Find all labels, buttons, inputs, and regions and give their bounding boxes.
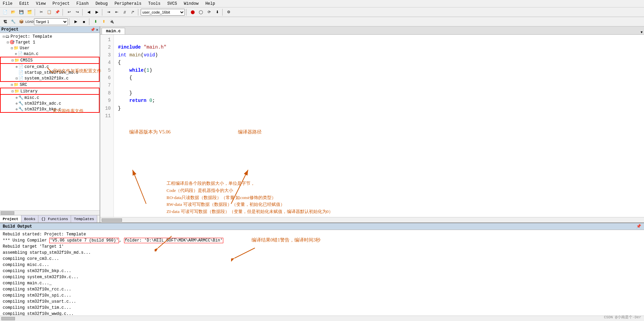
menu-project[interactable]: Project — [51, 1, 71, 7]
build-line-13: compiling stm32f10x_wwdg.c... — [3, 311, 641, 316]
tree-adc[interactable]: ⊕ 🔧 stm32f10x_adc.c — [0, 101, 100, 106]
expand-cmsis-icon: ⊟ — [12, 58, 14, 63]
code-area[interactable]: 1 2 3 4 5 6 7 8 9 10 11 #include "main.h… — [100, 35, 644, 217]
project-icon: 🗂 — [5, 34, 10, 39]
startup-file-icon: 📄 — [18, 70, 23, 75]
tab-templates-label: Templates — [74, 217, 94, 221]
stop2-btn[interactable]: ■ — [80, 18, 88, 25]
tree-library-folder[interactable]: ⊟ 📁 Library — [0, 88, 100, 95]
flash-erase-btn[interactable]: ⬆ — [100, 18, 107, 25]
editor-tab-main-c[interactable]: main.c — [102, 28, 125, 34]
indent-btn[interactable]: ⇥ — [105, 8, 112, 16]
toolbar-1: 📄 📂 💾 🗂️ ✂ 📋 📌 ↩ ↪ ◀ ▶ ⇥ ⇤ // /* user_co… — [0, 7, 644, 17]
copy-btn[interactable]: 📋 — [46, 8, 53, 16]
run-btn[interactable]: ▶ — [72, 18, 80, 25]
save-all-btn[interactable]: 🗂️ — [26, 8, 33, 16]
cmsis-folder-icon: 📁 — [14, 58, 19, 63]
paste-btn[interactable]: 📌 — [54, 8, 61, 16]
core-file-icon: 📄 — [18, 64, 23, 69]
tree-src-folder[interactable]: ⊟ 📁 SRC — [0, 82, 100, 88]
redo-btn[interactable]: ↪ — [73, 8, 81, 16]
open-btn[interactable]: 📂 — [10, 8, 17, 16]
tree-target-label: Target 1 — [16, 40, 35, 45]
unindent-btn[interactable]: ⇤ — [113, 8, 120, 16]
toolbar2-btn3[interactable]: 📦 — [18, 18, 25, 25]
tree-cmsis-folder[interactable]: ⊟ 📁 CMSIS — [0, 57, 100, 64]
project-tree: ⊟ 🗂 Project: Template ⊟ 🎯 Target 1 ⊟ 📁 — [0, 33, 100, 210]
flash-btn3[interactable]: 🔌 — [108, 18, 116, 25]
menu-peripherals[interactable]: Peripherals — [113, 1, 143, 7]
toolbar2-btn1[interactable]: 🏗 — [1, 18, 9, 25]
tree-startup[interactable]: 📄 startup_stm32f10x_md.s — [0, 70, 100, 75]
save-btn[interactable]: 💾 — [18, 8, 25, 16]
adc-file-icon: 🔧 — [18, 101, 23, 106]
toolbar2-btn4[interactable]: LOAD — [26, 18, 33, 25]
library-folder-icon: 📁 — [14, 89, 19, 94]
nav-fwd-btn[interactable]: ▶ — [93, 8, 101, 16]
build-line-8: compiling main.c..._ — [3, 280, 641, 286]
cut-btn[interactable]: ✂ — [37, 8, 45, 16]
expand-adc-icon: ⊕ — [16, 102, 18, 106]
tab-dropdown-icon[interactable]: ▼ — [641, 31, 643, 34]
tree-library-label: Library — [20, 89, 37, 94]
tab-books[interactable]: Books — [21, 215, 38, 222]
target-combo[interactable]: user_code_16bit — [141, 9, 185, 16]
flash-dl-btn[interactable]: ⬇ — [92, 18, 99, 25]
build-line-12: compiling stm32f10x_tim.c... — [3, 305, 641, 311]
tree-target[interactable]: ⊟ 🎯 Target 1 — [0, 39, 100, 45]
build-line-0: Rebuild started: Project: Template — [3, 231, 641, 237]
menu-svcs[interactable]: SVCS — [166, 1, 178, 7]
tab-project[interactable]: Project — [0, 215, 21, 222]
expand-system-icon: ⊟ — [16, 76, 18, 81]
project-close-icon[interactable]: ✕ — [96, 28, 98, 32]
tree-main-c-label: main.c — [24, 52, 38, 56]
toggle-comment-btn[interactable]: // — [121, 8, 128, 16]
editor-h-scrollbar[interactable] — [100, 217, 644, 222]
src-folder-icon: 📁 — [14, 82, 19, 87]
tab-books-label: Books — [24, 217, 35, 221]
build-line-2: Rebuild target 'Target 1' — [3, 244, 641, 250]
tab-project-label: Project — [3, 217, 18, 221]
tree-misc-label: misc.c — [24, 95, 39, 100]
code-content[interactable]: #include "main.h" int main(void) { while… — [114, 35, 171, 217]
options-btn[interactable]: ⚙ — [225, 8, 232, 16]
build-output-title: Build Output — [3, 224, 32, 229]
toolbar2-btn2[interactable]: 🔧 — [10, 18, 17, 25]
project-tabs: Project Books {} Functions Templates — [0, 215, 100, 222]
build-btn[interactable]: ⬤ — [189, 8, 196, 16]
tab-functions[interactable]: {} Functions — [38, 215, 71, 222]
nav-back-btn[interactable]: ◀ — [85, 8, 92, 16]
menu-debug[interactable]: Debug — [94, 1, 109, 7]
build-pin-icon[interactable]: 📌 — [636, 224, 641, 229]
menu-view[interactable]: View — [35, 1, 47, 7]
stop-btn[interactable]: ◯ — [197, 8, 205, 16]
project-title: Project — [1, 27, 18, 32]
new-file-btn[interactable]: 📄 — [1, 8, 9, 16]
project-pin-icon[interactable]: 📌 — [90, 28, 95, 32]
menu-window[interactable]: Window — [182, 1, 200, 7]
download-btn[interactable]: ⬇ — [213, 8, 221, 16]
tree-main-c[interactable]: ⊕ 📄 main.c — [0, 51, 100, 57]
expand-bkp-icon: ⊕ — [16, 107, 18, 111]
tree-bkp-label: stm32f10x_bkp.c — [24, 107, 61, 112]
tree-misc[interactable]: ⊕ 🔧 misc.c — [0, 95, 100, 101]
tree-system[interactable]: ⊟ 📄 system_stm32f10x.c — [0, 75, 100, 82]
menu-tools[interactable]: Tools — [147, 1, 162, 7]
watermark: CSDN @小南是个·Der — [604, 315, 641, 320]
build-h-scrollbar[interactable] — [0, 316, 644, 321]
rebuild-btn[interactable]: ⟳ — [205, 8, 213, 16]
toggle-block-comment-btn[interactable]: /* — [129, 8, 137, 16]
menu-flash[interactable]: Flash — [75, 1, 90, 7]
menu-edit[interactable]: Edit — [18, 1, 31, 7]
target-select[interactable]: Target 1 — [34, 18, 68, 25]
tree-core-cm3[interactable]: ⊕ 📄 core_cm3.c — [0, 64, 100, 70]
menu-file[interactable]: File — [1, 1, 14, 7]
build-line-4: compiling core_cm3.c... — [3, 256, 641, 262]
tab-templates[interactable]: Templates — [71, 215, 97, 222]
menu-bar: File Edit View Project Flash Debug Perip… — [0, 0, 644, 7]
undo-btn[interactable]: ↩ — [65, 8, 73, 16]
tree-user-folder[interactable]: ⊟ 📁 User — [0, 45, 100, 51]
tree-root[interactable]: ⊟ 🗂 Project: Template — [0, 34, 100, 39]
tree-bkp[interactable]: ⊕ 🔧 stm32f10x_bkp.c — [0, 106, 100, 113]
menu-help[interactable]: Help — [204, 1, 216, 7]
